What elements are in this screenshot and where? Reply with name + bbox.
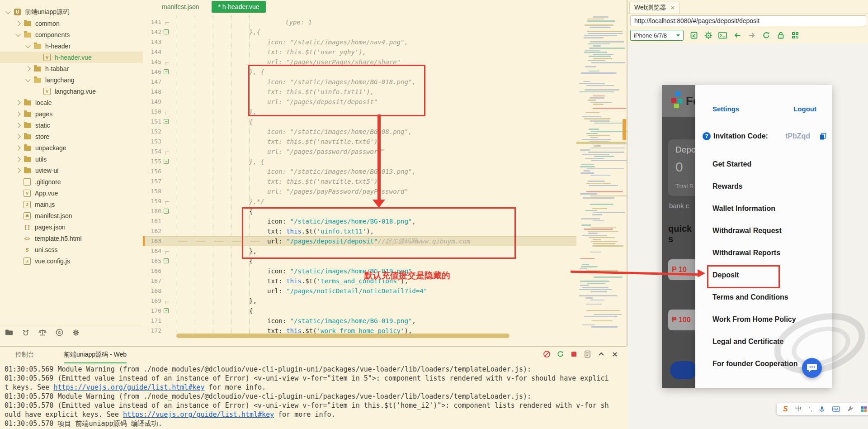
tab-h-header-vue[interactable]: * h-header.vue <box>212 1 265 13</box>
code-line-143[interactable]: 143icon: "/static/images/home/nav4.png", <box>143 37 576 47</box>
console-link[interactable]: https://vuejs.org/guide/list.html#key <box>123 410 274 419</box>
tree-item-unpackage[interactable]: unpackage <box>0 142 159 153</box>
device-selector[interactable]: iPhone 6/7/8 <box>630 30 684 41</box>
chevron-down-icon[interactable] <box>25 76 30 81</box>
menu-item-terms-and-conditions[interactable]: Terms and Conditions <box>712 293 788 302</box>
code-line-144[interactable]: 144txt: this.$t('user_yqhy'), <box>143 47 576 57</box>
code-line-142[interactable]: 142−},{ <box>143 27 576 37</box>
tab-manifest-json[interactable]: manifest.json <box>156 1 205 13</box>
collapse-icon[interactable] <box>597 350 605 358</box>
fold-icon[interactable]: − <box>164 159 169 164</box>
code-line-155[interactable]: 155−}, { <box>143 157 576 167</box>
settings-link[interactable]: Settings <box>712 105 739 113</box>
tree-item-uview-ui[interactable]: uview-ui <box>0 165 159 176</box>
browser-tab[interactable]: Web浏览器 × <box>629 1 679 14</box>
code-line-166[interactable]: 166icon: "/static/images/home/BG-019.png… <box>143 266 576 276</box>
fold-icon[interactable]: − <box>164 29 169 34</box>
tree-item-uni.scss[interactable]: Suni.scss <box>0 244 159 255</box>
chevron-right-icon[interactable] <box>15 123 20 128</box>
folder-icon[interactable] <box>5 328 14 337</box>
code-line-163[interactable]: 163url: "/pages/deposit/deposit"//起步源码网w… <box>143 236 576 246</box>
code-line-146[interactable]: 146−}, { <box>143 67 576 77</box>
chat-button[interactable] <box>802 358 822 378</box>
settings-gear-icon[interactable] <box>704 31 712 40</box>
tree-item-store[interactable]: store <box>0 131 159 142</box>
code-line-165[interactable]: 165−{ <box>143 256 576 266</box>
keyboard-icon[interactable] <box>832 406 840 412</box>
tree-item-vue.config.js[interactable]: Jvue.config.js <box>0 255 159 267</box>
code-line-170[interactable]: 170−{ <box>143 306 576 316</box>
horizontal-scrollbar[interactable] <box>176 334 509 338</box>
grid-icon[interactable] <box>861 406 867 412</box>
code-line-164[interactable]: 164}, <box>143 246 576 256</box>
code-line-159[interactable]: 159},*/ <box>143 196 576 206</box>
fold-icon[interactable]: − <box>164 308 169 313</box>
tree-item-pages.json[interactable]: [ ]pages.json <box>0 221 159 233</box>
code-editor[interactable]: manifest.json * h-header.vue 141type: 11… <box>143 0 627 346</box>
code-line-147[interactable]: 147icon: "/static/images/home/BG-018.png… <box>143 77 576 87</box>
menu-item-rewards[interactable]: Rewards <box>712 182 743 191</box>
code-line-152[interactable]: 152icon: "/static/images/home/BG-08.png"… <box>143 127 576 137</box>
close-icon[interactable]: × <box>671 4 675 11</box>
tree-item-main.js[interactable]: Jmain.js <box>0 199 159 210</box>
chevron-right-icon[interactable] <box>15 134 20 139</box>
code-line-167[interactable]: 167txt: this.$t('terms_and_conditions'), <box>143 276 576 286</box>
menu-item-deposit[interactable]: Deposit <box>712 271 739 280</box>
fold-icon[interactable]: − <box>164 258 169 263</box>
lock-icon[interactable] <box>776 31 785 40</box>
chevron-right-icon[interactable] <box>15 157 20 162</box>
chevron-down-icon[interactable] <box>5 9 10 14</box>
amount-card[interactable]: ₱ 10 <box>668 259 695 280</box>
chinese-mode-icon[interactable]: 中 <box>795 405 802 413</box>
code-line-141[interactable]: 141type: 1 <box>143 17 576 27</box>
code-line-148[interactable]: 148txt: this.$t('uinfo.txt11'), <box>143 87 576 97</box>
wrench-icon[interactable] <box>847 406 854 412</box>
code-line-169[interactable]: 169}, <box>143 296 576 306</box>
code-line-158[interactable]: 158url: "/pages/payPassword/payPassword" <box>143 186 576 196</box>
qr-code-icon[interactable] <box>791 31 799 40</box>
menu-item-legal-and-certificate[interactable]: Legal and Certificate <box>712 338 783 347</box>
code-line-161[interactable]: 161icon: "/static/images/home/BG-018.png… <box>143 216 576 226</box>
menu-item-for-founder-cooperation[interactable]: For founder Cooperation <box>712 360 797 369</box>
restart-icon[interactable] <box>557 350 564 358</box>
tree-item-App.vue[interactable]: VApp.vue <box>0 187 159 199</box>
chevron-right-icon[interactable] <box>15 111 20 116</box>
tree-item-template.h5.html[interactable]: <>template.h5.html <box>0 233 159 244</box>
chevron-right-icon[interactable] <box>25 66 30 71</box>
code-line-171[interactable]: 171icon: "/static/images/home/BG-019.png… <box>143 316 576 326</box>
code-line-151[interactable]: 151−{ <box>143 117 576 127</box>
tree-item-locale[interactable]: locale <box>0 97 159 108</box>
refresh-icon[interactable] <box>762 31 770 40</box>
code-line-145[interactable]: 145url: "/pages/userPages/share/share" <box>143 57 576 67</box>
external-window-icon[interactable] <box>689 31 698 40</box>
scales-icon[interactable] <box>38 328 47 337</box>
chevron-right-icon[interactable] <box>15 145 20 150</box>
amount-card[interactable]: ₱ 100 <box>668 310 695 330</box>
minimap-scrollbar-thumb[interactable] <box>623 119 626 140</box>
chevron-down-icon[interactable] <box>15 31 20 36</box>
minimap[interactable] <box>576 16 623 331</box>
tree-item-uniapp[interactable]: U前端uniapp源码 <box>0 6 149 18</box>
tab-project-web[interactable]: 前端uniapp源码 - Web <box>64 351 127 363</box>
tree-item-.gitignore[interactable]: .gitignore <box>0 176 159 187</box>
menu-item-withdrawal-reports[interactable]: Withdrawal Reports <box>712 249 780 258</box>
fold-icon[interactable]: − <box>164 119 169 124</box>
tree-item-static[interactable]: static <box>0 119 159 131</box>
pet-icon[interactable] <box>21 328 30 337</box>
stop-icon[interactable] <box>570 350 578 358</box>
punctuation-icon[interactable]: ’, <box>809 405 812 413</box>
menu-item-withdrawal-request[interactable]: Withdrawal Request <box>712 227 782 236</box>
code-line-150[interactable]: 150}, <box>143 107 576 117</box>
tree-item-manifest.json[interactable]: ✱manifest.json <box>0 210 159 221</box>
code-line-149[interactable]: 149url: "/pages/deposit/deposit" <box>143 97 576 107</box>
chevron-right-icon[interactable] <box>15 168 20 173</box>
submit-button[interactable] <box>670 361 695 379</box>
code-area[interactable]: 141type: 1142−},{143icon: "/static/image… <box>143 14 576 338</box>
tab-console[interactable]: 控制台 <box>15 351 34 359</box>
tree-item-pages[interactable]: pages <box>0 108 159 119</box>
code-line-156[interactable]: 156icon: "/static/images/home/BG-013.png… <box>143 167 576 176</box>
tree-item-common[interactable]: common <box>0 18 159 29</box>
input-method-toolbar[interactable]: S中’, <box>777 403 868 415</box>
fold-icon[interactable]: − <box>164 69 169 74</box>
address-bar-input[interactable] <box>630 15 866 26</box>
